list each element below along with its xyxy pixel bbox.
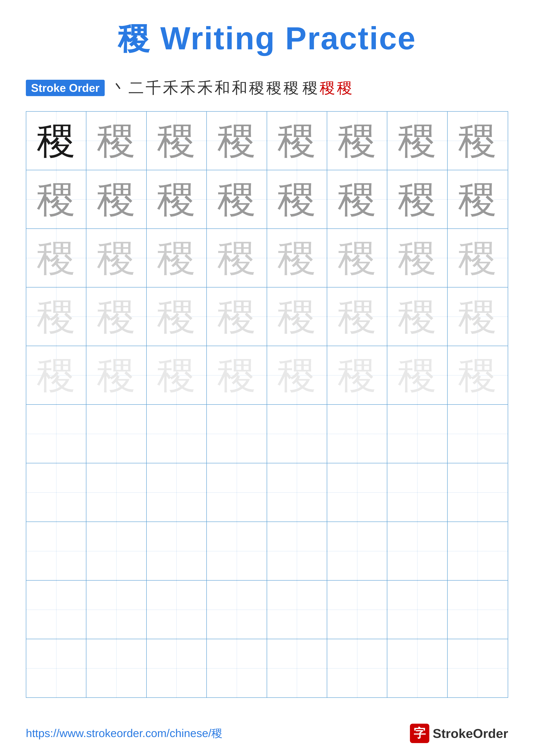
- grid-cell[interactable]: 稷: [447, 229, 508, 287]
- grid-cell-empty[interactable]: [267, 522, 327, 580]
- practice-char: 稷: [97, 121, 136, 160]
- practice-char: 稷: [157, 239, 196, 277]
- grid-cell[interactable]: 稷: [147, 112, 207, 170]
- grid-cell[interactable]: 稷: [387, 112, 447, 170]
- practice-char: 稷: [398, 356, 437, 394]
- grid-cell-empty[interactable]: [207, 580, 267, 639]
- grid-cell[interactable]: 稷: [387, 287, 447, 346]
- grid-cell-empty[interactable]: [147, 405, 207, 463]
- practice-char: 稷: [338, 121, 376, 160]
- grid-cell-empty[interactable]: [87, 405, 146, 463]
- grid-cell-empty[interactable]: [387, 405, 447, 463]
- grid-cell[interactable]: 稷: [147, 170, 207, 229]
- grid-cell[interactable]: 稷: [447, 112, 508, 170]
- grid-cell-empty[interactable]: [327, 522, 387, 580]
- grid-cell[interactable]: 稷: [87, 170, 146, 229]
- grid-cell[interactable]: 稷: [327, 287, 387, 346]
- grid-cell[interactable]: 稷: [447, 346, 508, 404]
- grid-cell[interactable]: 稷: [147, 287, 207, 346]
- grid-cell-empty[interactable]: [447, 580, 508, 639]
- grid-cell-empty[interactable]: [87, 639, 146, 697]
- grid-cell-empty[interactable]: [447, 463, 508, 522]
- grid-cell[interactable]: 稷: [26, 287, 87, 346]
- grid-cell-empty[interactable]: [207, 522, 267, 580]
- grid-cell-empty[interactable]: [447, 522, 508, 580]
- grid-cell[interactable]: 稷: [26, 170, 87, 229]
- grid-cell[interactable]: 稷: [207, 287, 267, 346]
- grid-cell[interactable]: 稷: [387, 229, 447, 287]
- grid-cell[interactable]: 稷: [387, 170, 447, 229]
- grid-cell-empty[interactable]: [26, 639, 87, 697]
- stroke-5: 禾: [180, 78, 195, 98]
- grid-cell-empty[interactable]: [26, 463, 87, 522]
- grid-cell[interactable]: 稷: [447, 170, 508, 229]
- grid-cell-empty[interactable]: [387, 463, 447, 522]
- grid-cell[interactable]: 稷: [87, 346, 146, 404]
- grid-cell[interactable]: 稷: [447, 287, 508, 346]
- grid-cell-empty[interactable]: [327, 463, 387, 522]
- grid-cell-empty[interactable]: [207, 639, 267, 697]
- grid-cell[interactable]: 稷: [327, 170, 387, 229]
- grid-cell[interactable]: 稷: [207, 170, 267, 229]
- grid-cell-empty[interactable]: [87, 580, 146, 639]
- grid-cell-empty[interactable]: [387, 639, 447, 697]
- practice-char: 稷: [458, 121, 497, 160]
- grid-cell[interactable]: 稷: [327, 112, 387, 170]
- practice-char: 稷: [458, 239, 497, 277]
- grid-cell-empty[interactable]: [267, 580, 327, 639]
- grid-cell[interactable]: 稷: [147, 229, 207, 287]
- practice-char: 稷: [338, 356, 376, 394]
- grid-cell-empty[interactable]: [87, 463, 146, 522]
- grid-cell-empty[interactable]: [147, 522, 207, 580]
- grid-cell-empty[interactable]: [26, 522, 87, 580]
- grid-cell-empty[interactable]: [26, 405, 87, 463]
- grid-cell-empty[interactable]: [447, 405, 508, 463]
- stroke-7: 和: [215, 78, 230, 98]
- practice-char: 稷: [398, 297, 437, 336]
- grid-cell[interactable]: 稷: [147, 346, 207, 404]
- grid-cell-empty[interactable]: [147, 639, 207, 697]
- practice-char: 稷: [277, 356, 316, 394]
- grid-cell-empty[interactable]: [387, 580, 447, 639]
- grid-cell-empty[interactable]: [387, 522, 447, 580]
- grid-cell[interactable]: 稷: [327, 229, 387, 287]
- practice-char: 稷: [37, 239, 76, 277]
- grid-cell-empty[interactable]: [267, 463, 327, 522]
- grid-cell[interactable]: 稷: [387, 346, 447, 404]
- grid-row-10: [26, 639, 508, 697]
- grid-row-5: 稷 稷 稷 稷 稷 稷 稷 稷: [26, 346, 508, 405]
- grid-cell[interactable]: 稷: [267, 346, 327, 404]
- grid-cell-empty[interactable]: [207, 463, 267, 522]
- stroke-2: 二: [128, 78, 144, 98]
- stroke-9: 稷: [249, 78, 265, 98]
- grid-cell-empty[interactable]: [26, 580, 87, 639]
- grid-cell[interactable]: 稷: [267, 170, 327, 229]
- practice-char: 稷: [338, 297, 376, 336]
- footer-url[interactable]: https://www.strokeorder.com/chinese/稷: [26, 726, 222, 741]
- grid-cell[interactable]: 稷: [26, 346, 87, 404]
- grid-cell[interactable]: 稷: [267, 112, 327, 170]
- grid-cell[interactable]: 稷: [267, 229, 327, 287]
- grid-row-9: [26, 580, 508, 639]
- grid-cell[interactable]: 稷: [26, 229, 87, 287]
- grid-cell-empty[interactable]: [267, 405, 327, 463]
- grid-cell-empty[interactable]: [147, 580, 207, 639]
- grid-cell-empty[interactable]: [327, 639, 387, 697]
- grid-cell-empty[interactable]: [87, 522, 146, 580]
- grid-cell[interactable]: 稷: [207, 229, 267, 287]
- grid-cell-empty[interactable]: [267, 639, 327, 697]
- grid-cell-empty[interactable]: [447, 639, 508, 697]
- grid-cell[interactable]: 稷: [87, 229, 146, 287]
- grid-cell[interactable]: 稷: [26, 112, 87, 170]
- grid-cell[interactable]: 稷: [207, 346, 267, 404]
- grid-cell-empty[interactable]: [327, 405, 387, 463]
- grid-cell-empty[interactable]: [147, 463, 207, 522]
- grid-cell-empty[interactable]: [207, 405, 267, 463]
- grid-row-8: [26, 522, 508, 580]
- grid-cell[interactable]: 稷: [267, 287, 327, 346]
- grid-cell-empty[interactable]: [327, 580, 387, 639]
- grid-cell[interactable]: 稷: [87, 287, 146, 346]
- grid-cell[interactable]: 稷: [207, 112, 267, 170]
- grid-cell[interactable]: 稷: [327, 346, 387, 404]
- grid-cell[interactable]: 稷: [87, 112, 146, 170]
